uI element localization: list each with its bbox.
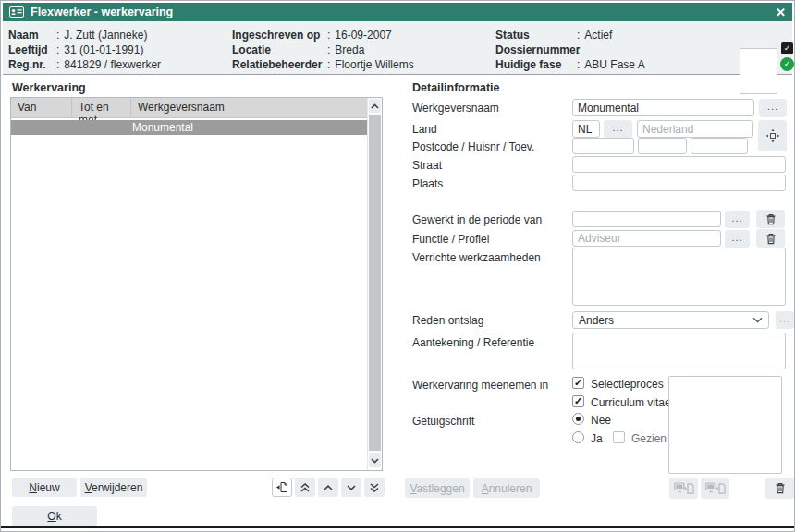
straat-label: Straat (412, 159, 442, 172)
chevron-up-icon (324, 485, 333, 490)
plaats-input[interactable] (572, 175, 786, 191)
nieuw-button[interactable]: Nieuw (12, 478, 77, 497)
verwijderen-button[interactable]: Verwijderen (80, 478, 147, 497)
getuigschrift-listbox[interactable] (668, 376, 782, 474)
chevron-down-icon (347, 485, 356, 490)
table-row-selected[interactable]: Monumental (11, 120, 368, 135)
functie-delete-button[interactable] (756, 229, 785, 248)
export-document-button[interactable] (701, 478, 729, 499)
gezien-checkbox[interactable]: ✓ (613, 431, 625, 443)
land-label: Land (412, 123, 437, 136)
getuigschrift-ja-radio[interactable] (572, 431, 584, 443)
periode-delete-button[interactable] (756, 210, 785, 228)
werkzaamheden-textarea[interactable] (572, 248, 786, 306)
werkgeversnaam-browse-button[interactable]: ... (759, 99, 787, 117)
header-row-huidige-fase: Huidige fase:ABU Fase A (495, 57, 645, 72)
trash-icon (775, 482, 786, 494)
status-value: Actief (584, 29, 612, 42)
column-header-tot-en-met[interactable]: Tot en met (72, 98, 131, 117)
new-record-icon (275, 481, 288, 493)
header-row-locatie: Locatie:Breda (232, 42, 414, 57)
trash-icon (765, 233, 777, 245)
ingeschreven-value: 16-09-2007 (335, 29, 391, 42)
photo-placeholder (740, 48, 777, 94)
functie-input[interactable] (572, 230, 721, 247)
new-record-button[interactable] (272, 478, 292, 497)
regnr-value: 841829 / flexwerker (64, 58, 161, 71)
land-name-input[interactable] (637, 120, 753, 138)
header-row-naam: Naam:J. Zutt (Janneke) (8, 28, 161, 42)
locatie-value: Breda (335, 43, 364, 56)
column-header-werkgeversnaam[interactable]: Werkgeversnaam (131, 98, 368, 117)
header-row-dossiernummer: Dossiernummer: (495, 42, 645, 57)
functie-browse-button[interactable]: ... (725, 230, 750, 248)
header-row-leeftijd: Leeftijd:31 (01-01-1991) (8, 42, 161, 57)
getuigschrift-delete-button[interactable] (765, 478, 794, 499)
contact-card-icon (9, 6, 24, 18)
check-icon: ✓ (574, 396, 582, 406)
chevron-down-icon (752, 317, 763, 323)
periode-input[interactable] (572, 211, 721, 227)
getuigschrift-nee-radio[interactable] (572, 413, 584, 425)
getuigschrift-label: Getuigschrift (412, 415, 474, 428)
trash-icon (765, 213, 777, 225)
werkgeversnaam-label: Werkgeversnaam (412, 102, 499, 115)
title-bar: Flexwerker - werkervaring ✕ (3, 3, 792, 21)
aantekening-label: Aantekening / Referentie (412, 336, 534, 349)
scroll-down-icon[interactable] (369, 453, 381, 467)
scroll-up-icon[interactable] (369, 99, 381, 113)
move-crosshair-icon (765, 128, 780, 143)
export-document-icon (705, 482, 726, 495)
vastleggen-button[interactable]: Vastleggen (405, 478, 470, 498)
reden-browse-button[interactable]: ... (776, 311, 794, 329)
move-last-button[interactable] (364, 478, 385, 497)
window-bottom-edge (1, 526, 794, 528)
periode-browse-button[interactable]: ... (725, 211, 750, 228)
relatiebeheerder-value: Floortje Willems (335, 58, 413, 71)
move-down-button[interactable] (341, 478, 361, 497)
move-first-button[interactable] (295, 478, 315, 497)
periode-label: Gewerkt in de periode van (412, 213, 542, 226)
reden-ontslag-value: Anders (579, 314, 614, 327)
window-title: Flexwerker - werkervaring (31, 6, 173, 18)
plaats-label: Plaats (412, 177, 443, 190)
land-code-input[interactable] (572, 120, 600, 138)
functie-label: Functie / Profiel (412, 233, 489, 246)
check-icon: ✓ (574, 378, 582, 388)
dialog-flexwerker-werkervaring: Flexwerker - werkervaring ✕ Naam:J. Zutt… (0, 0, 795, 532)
reden-ontslag-label: Reden ontslag (412, 314, 483, 327)
import-document-button[interactable] (669, 478, 698, 499)
green-check-icon: ✓ (780, 57, 794, 71)
getuigschrift-ja-label: Ja (591, 432, 603, 445)
straat-input[interactable] (572, 156, 786, 173)
werkervaring-list-header: Van Tot en met Werkgeversnaam (11, 98, 368, 118)
werkervaring-section-title: Werkervaring (12, 81, 86, 94)
curriculum-vitae-label: Curriculum vitae (591, 396, 671, 409)
selectieproces-checkbox[interactable]: ✓ (572, 377, 584, 389)
double-chevron-up-icon (300, 483, 310, 492)
aantekening-textarea[interactable] (572, 332, 786, 369)
scrollbar-thumb[interactable] (369, 115, 381, 451)
annuleren-button[interactable]: Annuleren (473, 478, 540, 498)
list-scrollbar[interactable] (367, 98, 382, 470)
werkgeversnaam-input[interactable] (572, 99, 754, 116)
column-header-van[interactable]: Van (11, 98, 72, 117)
header-row-regnr: Reg.nr.:841829 / flexwerker (8, 57, 161, 72)
header-row-relatiebeheerder: Relatiebeheerder:Floortje Willems (232, 57, 414, 72)
huidige-fase-value: ABU Fase A (584, 58, 644, 71)
postcode-input[interactable] (572, 138, 634, 154)
toevoeging-input[interactable] (691, 138, 748, 154)
reden-ontslag-select[interactable]: Anders (572, 311, 769, 329)
werkzaamheden-label: Verrichte werkzaamheden (412, 251, 541, 264)
move-up-button[interactable] (318, 478, 338, 497)
close-icon[interactable]: ✕ (776, 6, 786, 18)
curriculum-vitae-checkbox[interactable]: ✓ (572, 395, 584, 407)
map-position-button[interactable] (758, 120, 787, 151)
double-chevron-down-icon (370, 483, 379, 492)
detailinformatie-section-title: Detailinformatie (412, 81, 499, 94)
huisnr-input[interactable] (638, 138, 687, 154)
land-browse-button[interactable]: ... (604, 120, 632, 139)
ok-button[interactable]: Ok (12, 506, 97, 526)
werkervaring-list: Van Tot en met Werkgeversnaam Monumental (10, 97, 383, 471)
meenemen-label: Werkervaring meenemen in (412, 379, 548, 392)
